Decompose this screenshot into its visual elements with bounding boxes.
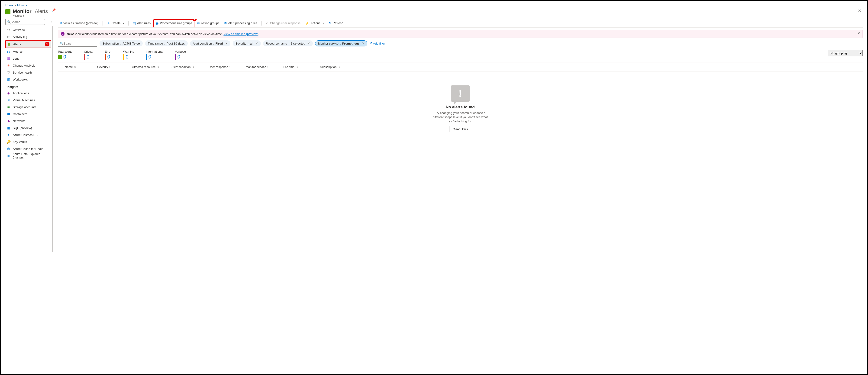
- filter-resource-name[interactable]: Resource name : 2 selected✕: [263, 40, 313, 46]
- column-label: Affected resource: [132, 65, 156, 69]
- nav-icon: ⫾⫾: [7, 50, 10, 53]
- sidebar-item-storage-accounts[interactable]: ≣Storage accounts: [5, 103, 51, 111]
- column-label: Severity: [97, 65, 108, 69]
- pin-icon[interactable]: 📌: [52, 8, 56, 12]
- breadcrumb-monitor[interactable]: Monitor: [17, 3, 27, 7]
- sort-icon: ↑↓: [229, 65, 232, 68]
- banner-link[interactable]: View as timeline (preview): [223, 32, 258, 36]
- add-filter-button[interactable]: ⧩Add filter: [370, 41, 385, 45]
- remove-filter-icon[interactable]: ✕: [362, 42, 364, 45]
- sidebar-item-service-health[interactable]: ♡Service health: [5, 69, 51, 76]
- summary-stats: Total alerts!0Critical0Error0Warning0Inf…: [58, 50, 186, 60]
- sort-icon: ↑↓: [74, 65, 76, 68]
- severity-bar: [146, 54, 147, 60]
- sidebar-item-key-vaults[interactable]: 🔑Key Vaults: [5, 138, 51, 145]
- refresh-button[interactable]: ↻Refresh: [327, 20, 345, 27]
- sidebar-item-logs[interactable]: ☰Logs: [5, 55, 51, 62]
- remove-filter-icon[interactable]: ✕: [225, 42, 228, 45]
- alert-processing-rules-button[interactable]: ✲Alert processing rules: [222, 20, 259, 27]
- nav-label: Logs: [13, 57, 19, 60]
- sidebar-item-activity-log[interactable]: ▤Activity log: [5, 33, 51, 40]
- filter-monitor-service[interactable]: Monitor service : Prometheus✕: [315, 40, 367, 46]
- column-user-response[interactable]: User response↑↓: [206, 65, 243, 69]
- page-header: ! Monitor | Alerts Microsoft 📌 ⋯ ✕: [5, 8, 863, 18]
- column-affected-resource[interactable]: Affected resource↑↓: [130, 65, 169, 69]
- close-button[interactable]: ✕: [858, 8, 863, 13]
- sidebar-item-overview[interactable]: ⊘Overview: [5, 26, 51, 33]
- add-filter-icon: ⧩: [370, 41, 372, 45]
- info-banner: ✓ New: View alerts visualized on a timel…: [58, 30, 863, 38]
- sidebar-item-virtual-machines[interactable]: 🖥Virtual Machines: [5, 97, 51, 103]
- stat-value: 0: [107, 54, 110, 60]
- sidebar-item-workbooks[interactable]: ▥Workbooks: [5, 76, 51, 83]
- sidebar-item-azure-cache-for-redis[interactable]: ⛃Azure Cache for Redis: [5, 145, 51, 152]
- rules-icon: ▤: [133, 21, 136, 25]
- prometheus-rule-groups-button[interactable]: ◉Prometheus rule groups: [154, 20, 194, 27]
- empty-state-icon: !: [451, 85, 470, 102]
- sort-icon: ↑↓: [296, 65, 298, 68]
- alerts-icon: !: [58, 55, 62, 59]
- sidebar-item-azure-cosmos-db[interactable]: ✦Azure Cosmos DB: [5, 131, 51, 138]
- filter-alert-condition[interactable]: Alert condition : Fired✕: [190, 40, 230, 46]
- nav-label: Overview: [13, 28, 25, 32]
- stat-critical[interactable]: Critical0: [84, 50, 93, 60]
- filter-bar: 🔍 Subscription : ACME Telco Time range :…: [58, 40, 863, 46]
- column-severity[interactable]: Severity↑↓: [95, 65, 130, 69]
- nav-label: Containers: [13, 112, 27, 116]
- search-icon: 🔍: [7, 20, 11, 24]
- stat-value: 0: [126, 54, 128, 60]
- sidebar-item-sql-preview-[interactable]: ▦SQL (preview): [5, 124, 51, 131]
- remove-filter-icon[interactable]: ✕: [308, 42, 310, 45]
- sidebar-search-input[interactable]: [11, 20, 50, 24]
- nav-label: Applications: [13, 91, 29, 95]
- stat-total-alerts[interactable]: Total alerts!0: [58, 50, 72, 60]
- grouping-dropdown[interactable]: No grouping: [828, 50, 863, 56]
- main-search-input[interactable]: [64, 42, 102, 45]
- column-monitor-service[interactable]: Monitor service↑↓: [243, 65, 281, 69]
- main-panel: ⧉View as timeline (preview) ＋Create ▤Ale…: [54, 19, 863, 374]
- stat-value: 0: [63, 54, 66, 60]
- banner-close-button[interactable]: ✕: [858, 32, 860, 35]
- org-label: Microsoft: [13, 14, 48, 18]
- sidebar-item-azure-data-explorer-clusters[interactable]: ◫Azure Data Explorer Clusters: [5, 152, 51, 159]
- remove-filter-icon[interactable]: ✕: [256, 42, 258, 45]
- filter-severity[interactable]: Severity : all✕: [233, 40, 261, 46]
- clear-filters-button[interactable]: Clear filters: [449, 126, 471, 132]
- empty-state-title: No alerts found: [446, 105, 475, 110]
- nav-icon: ▮: [7, 42, 11, 46]
- nav-icon: ▦: [7, 126, 10, 130]
- sidebar-item-applications[interactable]: ◈Applications: [5, 90, 51, 97]
- sidebar-item-networks[interactable]: ◆Networks: [5, 118, 51, 124]
- filter-subscription[interactable]: Subscription : ACME Telco: [99, 40, 143, 46]
- sidebar-item-change-analysis[interactable]: ✦Change Analysis: [5, 62, 51, 69]
- nav-icon: ♡: [7, 70, 10, 74]
- column-fire-time[interactable]: Fire time↑↓: [281, 65, 318, 69]
- collapse-sidebar-icon[interactable]: «: [51, 20, 52, 24]
- stat-value: 0: [178, 54, 180, 60]
- nav-label: SQL (preview): [13, 126, 32, 130]
- stat-informational[interactable]: Informational0: [146, 50, 163, 60]
- stat-label: Error: [105, 50, 112, 53]
- stat-warning[interactable]: Warning0: [123, 50, 134, 60]
- column-name[interactable]: Name↑↓: [58, 65, 95, 69]
- monitor-icon: !: [5, 9, 10, 14]
- stat-verbose[interactable]: Verbose0: [175, 50, 186, 60]
- create-button[interactable]: ＋Create: [105, 20, 126, 27]
- actions-button[interactable]: ⚡Actions: [303, 20, 326, 27]
- alert-rules-button[interactable]: ▤Alert rules: [131, 20, 153, 27]
- sidebar-item-alerts[interactable]: ▮Alerts: [6, 41, 51, 48]
- sidebar-item-metrics[interactable]: ⫾⫾Metrics: [5, 48, 51, 55]
- filter-time-range[interactable]: Time range : Past 30 days: [145, 40, 188, 46]
- column-subscription[interactable]: Subscription↑↓: [318, 65, 352, 69]
- stat-error[interactable]: Error0: [105, 50, 112, 60]
- sidebar-search[interactable]: 🔍: [5, 19, 45, 25]
- main-search[interactable]: 🔍: [58, 40, 97, 46]
- sidebar-item-containers[interactable]: ⬢Containers: [5, 111, 51, 118]
- action-groups-button[interactable]: ⧉Action groups: [195, 20, 221, 27]
- more-icon[interactable]: ⋯: [59, 8, 61, 12]
- view-timeline-button[interactable]: ⧉View as timeline (preview): [58, 20, 100, 27]
- column-alert-condition[interactable]: Alert condition↑↓: [169, 65, 206, 69]
- grouping-select[interactable]: No grouping: [828, 50, 863, 56]
- severity-bar: [84, 54, 85, 60]
- breadcrumb-home[interactable]: Home: [5, 3, 13, 7]
